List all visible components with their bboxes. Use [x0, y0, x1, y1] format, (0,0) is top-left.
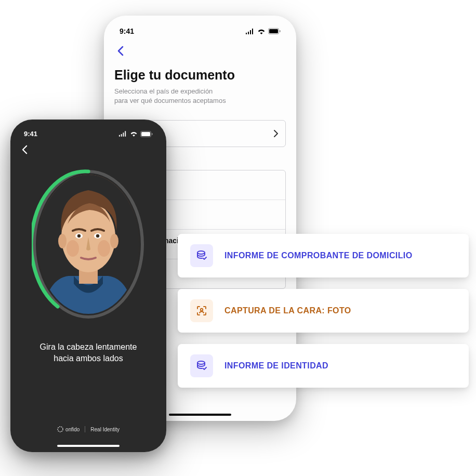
svg-point-17 — [98, 240, 110, 257]
chevron-right-icon — [274, 130, 278, 137]
chevron-left-icon — [22, 145, 28, 154]
page-title: Elige tu documento — [114, 68, 286, 83]
svg-point-11 — [110, 234, 118, 248]
svg-point-13 — [77, 234, 81, 237]
brand-footer: onfido Real Identity — [10, 426, 166, 432]
signal-icon — [118, 131, 127, 137]
chevron-left-icon — [117, 46, 124, 56]
svg-point-18 — [58, 427, 63, 432]
svg-point-10 — [58, 234, 67, 248]
svg-point-15 — [96, 234, 99, 237]
status-bar: 9:41 — [114, 25, 286, 43]
face-preview — [37, 175, 139, 314]
card-identity-report[interactable]: INFORME DE IDENTIDAD — [178, 344, 469, 388]
status-icons — [245, 28, 281, 34]
onfido-logo-icon — [57, 426, 63, 432]
home-indicator — [169, 414, 231, 416]
brand-divider — [85, 426, 85, 432]
svg-rect-5 — [152, 133, 153, 135]
svg-point-16 — [67, 240, 79, 257]
svg-rect-1 — [269, 29, 278, 33]
back-button[interactable] — [114, 43, 286, 68]
status-bar: 9:41 — [19, 128, 158, 143]
onfido-logo: onfido — [57, 426, 80, 432]
status-time: 9:41 — [24, 130, 37, 138]
svg-point-20 — [201, 309, 203, 311]
card-proof-of-address[interactable]: INFORME DE COMPROBANTE DE DOMICILIO — [178, 234, 469, 277]
face-oval — [32, 169, 145, 320]
svg-point-21 — [197, 361, 205, 364]
page-subtitle: Selecciona el país de expedición para ve… — [114, 87, 286, 105]
status-time: 9:41 — [120, 27, 134, 35]
battery-icon — [268, 28, 281, 34]
face-scan-icon — [190, 299, 213, 322]
database-check-icon — [190, 354, 213, 377]
wifi-icon — [130, 131, 138, 137]
face-capture-area — [19, 169, 158, 320]
report-cards: INFORME DE COMPROBANTE DE DOMICILIO CAPT… — [178, 234, 469, 388]
brand-tagline: Real Identity — [90, 427, 120, 432]
card-label: INFORME DE IDENTIDAD — [224, 361, 328, 371]
face-instruction: Gira la cabeza lentamente hacia ambos la… — [19, 341, 158, 365]
back-button[interactable] — [19, 143, 158, 163]
card-label: INFORME DE COMPROBANTE DE DOMICILIO — [224, 251, 413, 260]
signal-icon — [245, 29, 255, 34]
status-icons — [118, 131, 153, 137]
wifi-icon — [257, 29, 266, 34]
card-label: CAPTURA DE LA CARA: FOTO — [224, 306, 351, 315]
svg-point-19 — [197, 251, 205, 254]
svg-rect-4 — [141, 132, 150, 136]
svg-rect-2 — [280, 30, 281, 32]
phone-face-capture: 9:41 — [10, 120, 166, 452]
battery-icon — [140, 131, 153, 137]
database-check-icon — [190, 244, 213, 267]
card-face-capture[interactable]: CAPTURA DE LA CARA: FOTO — [178, 289, 469, 333]
home-indicator — [57, 445, 120, 447]
